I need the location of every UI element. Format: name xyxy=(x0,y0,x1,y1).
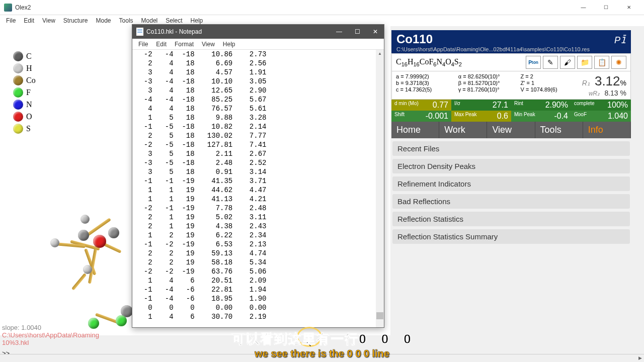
cell-v: V = 1074.89(6) xyxy=(521,86,558,93)
structure-title: Co110 xyxy=(396,32,433,46)
notepad-menu-file[interactable]: File xyxy=(134,40,152,49)
notepad-title: Co110.hkl - Notepad xyxy=(146,28,202,35)
legend-ball-icon xyxy=(13,75,23,85)
notepad-minimize-button[interactable]: — xyxy=(335,28,344,35)
legend-label: S xyxy=(26,124,31,133)
unit-cell-info: a = 7.9999(2) b = 9.3718(3) c = 14.7362(… xyxy=(391,71,631,100)
section-reflection-statistics-summary[interactable]: Reflection Statistics Summary xyxy=(392,229,630,244)
legend-label: Co xyxy=(26,76,36,85)
notepad-scrollbar[interactable]: ▲ xyxy=(376,50,384,327)
wr2-label: wR₂ xyxy=(589,90,600,97)
tab-work[interactable]: Work xyxy=(439,122,487,138)
notepad-maximize-button[interactable]: ☐ xyxy=(353,28,362,35)
legend-item-N: N xyxy=(13,100,36,110)
tab-tools[interactable]: Tools xyxy=(535,122,583,138)
notepad-close-button[interactable]: ✕ xyxy=(371,28,380,35)
tab-info[interactable]: Info xyxy=(583,122,631,138)
legend-item-S: S xyxy=(13,124,36,134)
notepad-text-content[interactable]: -2 -4 -18 10.86 2.73 2 4 18 6.69 2.56 3 … xyxy=(132,50,384,321)
formula-row: C16H16CoF6N4O4S2 Pton ✎ 🖌 📁 📋 ✺ xyxy=(391,53,631,71)
notepad-window: Co110.hkl - Notepad — ☐ ✕ FileEditFormat… xyxy=(132,24,384,328)
open-folder-button[interactable]: 📁 xyxy=(577,56,592,69)
section-electron-density-peaks[interactable]: Electron Density Peaks xyxy=(392,159,630,173)
platon-button[interactable]: Pton xyxy=(526,56,541,69)
cell-c: c = 14.7362(5) xyxy=(396,86,458,93)
cell-zp: Z' = 1 xyxy=(521,80,558,86)
panel-header: Co110 P1̄ C:\Users\horst\AppData\Roaming… xyxy=(391,30,631,53)
refinement-stats: d min (Mo)0.77 I/σ27.1 Rint2.90% complet… xyxy=(391,100,631,122)
r1-label: R₁ xyxy=(582,79,590,87)
panel-tabs: HomeWorkViewToolsInfo xyxy=(391,122,631,138)
notepad-menu-help[interactable]: Help xyxy=(219,40,239,49)
notepad-menu-format[interactable]: Format xyxy=(171,40,198,49)
notepad-menu-view[interactable]: View xyxy=(198,40,219,49)
cell-a: a = 7.9999(2) xyxy=(396,73,458,79)
stat-d-min-mo-: d min (Mo)0.77 xyxy=(391,100,451,111)
menu-edit[interactable]: Edit xyxy=(20,16,38,25)
legend-item-H: H xyxy=(13,63,36,73)
section-bad-reflections[interactable]: Bad Reflections xyxy=(392,194,630,209)
cell-alpha: α = 82.6250(10)° xyxy=(458,73,521,79)
subtitle-overlay: 可以看到这里有一行0 0 0 we see there is the 0 0 0… xyxy=(232,330,412,359)
legend-ball-icon xyxy=(13,124,23,134)
wr2-value: 8.13 % xyxy=(604,89,626,97)
subtitle-chinese: 可以看到这里有一行0 0 0 xyxy=(232,330,412,348)
chemical-formula: C16H16CoF6N4O4S2 xyxy=(396,57,526,67)
close-button[interactable]: ✕ xyxy=(617,1,640,15)
atom-legend: C H Co F N O S xyxy=(13,51,36,136)
space-group: P1̄ xyxy=(614,35,626,46)
stat-rint: Rint2.90% xyxy=(511,100,571,111)
legend-label: F xyxy=(26,88,31,97)
legend-item-O: O xyxy=(13,112,36,122)
section-reflection-statistics[interactable]: Reflection Statistics xyxy=(392,212,630,226)
maximize-button[interactable]: ☐ xyxy=(595,1,617,15)
cell-b: b = 9.3718(3) xyxy=(396,80,458,86)
edit-button[interactable]: ✎ xyxy=(543,56,558,69)
legend-ball-icon xyxy=(13,63,23,73)
legend-item-Co: Co xyxy=(13,75,36,85)
scroll-thumb[interactable] xyxy=(376,312,383,319)
cell-beta: β = 81.5270(10)° xyxy=(458,80,521,86)
legend-ball-icon xyxy=(13,112,23,122)
legend-label: N xyxy=(26,100,32,109)
olex-title: Olex2 xyxy=(15,4,31,11)
legend-ball-icon xyxy=(13,51,23,61)
legend-item-F: F xyxy=(13,87,36,98)
info-panel: Co110 P1̄ C:\Users\horst\AppData\Roaming… xyxy=(391,30,631,247)
olex-app-icon xyxy=(4,4,12,12)
stat-complete: complete100% xyxy=(571,100,631,111)
tab-view[interactable]: View xyxy=(487,122,535,138)
notepad-titlebar[interactable]: Co110.hkl - Notepad — ☐ ✕ xyxy=(132,25,384,39)
notes-button[interactable]: 📋 xyxy=(594,56,609,69)
subtitle-english: we see there is the 0 0 0 line xyxy=(232,348,412,359)
target-button[interactable]: ✺ xyxy=(611,56,626,69)
tab-home[interactable]: Home xyxy=(391,122,439,138)
stat-goof: GooF1.040 xyxy=(571,111,631,122)
paint-button[interactable]: 🖌 xyxy=(560,56,575,69)
molecule-view[interactable] xyxy=(50,212,136,328)
scroll-up-icon[interactable]: ▲ xyxy=(376,50,384,58)
legend-item-C: C xyxy=(13,51,36,61)
r1-value: 3.12 xyxy=(595,73,620,88)
stat-i-: I/σ27.1 xyxy=(451,100,511,111)
stat-min-peak: Min Peak-0.4 xyxy=(511,111,571,122)
legend-label: O xyxy=(26,112,32,121)
minimize-button[interactable]: — xyxy=(572,1,595,15)
legend-label: C xyxy=(26,52,32,61)
file-path: C:\Users\horst\AppData\Roaming\Ole...02b… xyxy=(396,46,626,52)
legend-label: H xyxy=(26,64,32,73)
menu-mode[interactable]: Mode xyxy=(92,16,115,25)
notepad-menu-edit[interactable]: Edit xyxy=(152,40,171,49)
notepad-icon xyxy=(136,28,143,36)
stat-max-peak: Max Peak0.6 xyxy=(451,111,511,122)
notepad-menubar: FileEditFormatViewHelp xyxy=(132,39,384,50)
section-refinement-indicators[interactable]: Refinement Indicators xyxy=(392,176,630,191)
menu-view[interactable]: View xyxy=(38,16,59,25)
legend-ball-icon xyxy=(13,87,23,98)
menu-file[interactable]: File xyxy=(2,16,20,25)
menu-structure[interactable]: Structure xyxy=(59,16,92,25)
stat-shift: Shift-0.001 xyxy=(391,111,451,122)
olex-titlebar: Olex2 — ☐ ✕ xyxy=(0,0,644,15)
cell-gamma: γ = 81.7260(10)° xyxy=(458,86,521,93)
section-recent-files[interactable]: Recent Files xyxy=(392,141,630,156)
